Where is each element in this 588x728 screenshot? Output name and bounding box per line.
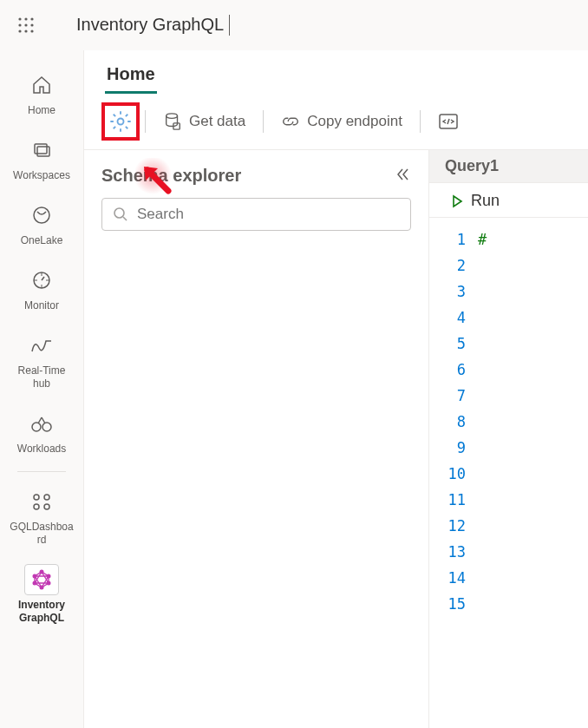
rail-item-workspaces[interactable]: Workspaces [7,128,76,191]
svg-point-23 [40,586,43,589]
svg-point-11 [34,207,49,223]
toolbar-separator [263,110,264,133]
schema-explorer-panel: Schema explorer [84,150,429,728]
onelake-icon [31,205,52,226]
code-editor[interactable]: 1 2 3 4 5 6 7 8 9 10 11 12 13 14 [429,218,588,728]
query-tab-strip: Query1 [429,150,588,183]
svg-point-3 [18,23,21,26]
line-gutter: 1 2 3 4 5 6 7 8 9 10 11 12 13 14 [429,226,478,728]
graphql-icon [31,569,52,590]
svg-point-5 [30,23,33,26]
rail-label: Workloads [17,443,66,456]
run-button[interactable]: Run [429,183,588,218]
svg-point-22 [47,581,50,585]
search-icon [113,207,128,222]
rail-divider [17,471,66,472]
app-launcher-button[interactable] [10,10,42,41]
svg-point-18 [44,504,49,509]
svg-point-20 [40,570,43,574]
gear-icon [108,109,133,134]
copy-endpoint-label: Copy endpoint [307,113,402,130]
waffle-icon [18,17,34,33]
schema-search-input[interactable] [137,206,400,223]
rail-label: Home [28,104,56,117]
toolbar-separator [420,110,421,133]
svg-point-16 [44,495,49,500]
toolbar: Get data Copy endpoint [84,94,588,149]
schema-search-box[interactable] [101,198,411,231]
svg-point-15 [34,495,39,500]
play-icon [450,194,464,208]
svg-rect-10 [37,147,49,156]
svg-point-0 [18,17,21,20]
home-icon [31,75,52,95]
database-icon [163,112,182,131]
svg-point-21 [47,574,50,578]
get-data-label: Get data [189,113,245,130]
monitor-icon [31,270,52,291]
tab-strip: Home [84,50,588,94]
rail-label: Inventory GraphQL [9,599,75,625]
query-tab[interactable]: Query1 [445,157,499,174]
svg-rect-9 [35,144,47,154]
query-panel: Query1 Run 1 2 3 4 5 6 7 [429,150,588,728]
realtime-icon [30,336,53,355]
svg-point-24 [33,581,36,585]
svg-point-1 [24,17,27,20]
generate-code-button[interactable] [426,107,471,136]
rail-item-inventory-graphql[interactable]: Inventory GraphQL [7,557,76,633]
svg-point-30 [114,208,124,218]
rail-label: Monitor [24,299,59,312]
rail-label: Real-Time hub [9,364,75,390]
copy-endpoint-button[interactable]: Copy endpoint [269,107,415,136]
app-title: Inventory GraphQL [76,15,230,36]
svg-point-8 [30,30,33,32]
dashboard-icon [30,492,53,511]
rail-item-onelake[interactable]: OneLake [7,193,76,256]
svg-point-26 [118,119,124,125]
chevron-double-left-icon [395,167,411,182]
rail-label: GQLDashboard [9,521,75,547]
svg-point-7 [24,30,27,32]
svg-point-13 [32,423,41,431]
workloads-icon [30,414,53,433]
toolbar-separator [145,110,146,133]
rail-item-home[interactable]: Home [7,62,76,126]
rail-item-gqldashboard[interactable]: GQLDashboard [7,479,76,555]
svg-point-4 [24,23,27,26]
code-content: # [478,226,588,728]
svg-point-14 [42,423,51,431]
rail-item-workloads[interactable]: Workloads [7,401,76,464]
svg-point-2 [30,17,33,20]
schema-explorer-title: Schema explorer [101,166,241,186]
rail-item-realtime[interactable]: Real-Time hub [7,323,76,399]
code-icon [438,112,459,131]
left-rail: Home Workspaces OneLake [0,50,83,728]
collapse-schema-button[interactable] [395,167,411,186]
svg-point-6 [18,30,21,32]
workspaces-icon [31,140,52,161]
svg-point-17 [34,504,39,509]
rail-item-monitor[interactable]: Monitor [7,258,76,321]
settings-button[interactable] [101,102,140,141]
main-area: Home Get data Copy endpoin [83,50,588,728]
svg-point-25 [33,574,36,578]
link-icon [281,112,300,131]
tab-home[interactable]: Home [105,61,157,94]
rail-label: Workspaces [13,169,70,182]
get-data-button[interactable]: Get data [151,107,258,136]
rail-label: OneLake [21,234,63,247]
run-label: Run [471,192,500,210]
svg-point-27 [167,114,178,119]
